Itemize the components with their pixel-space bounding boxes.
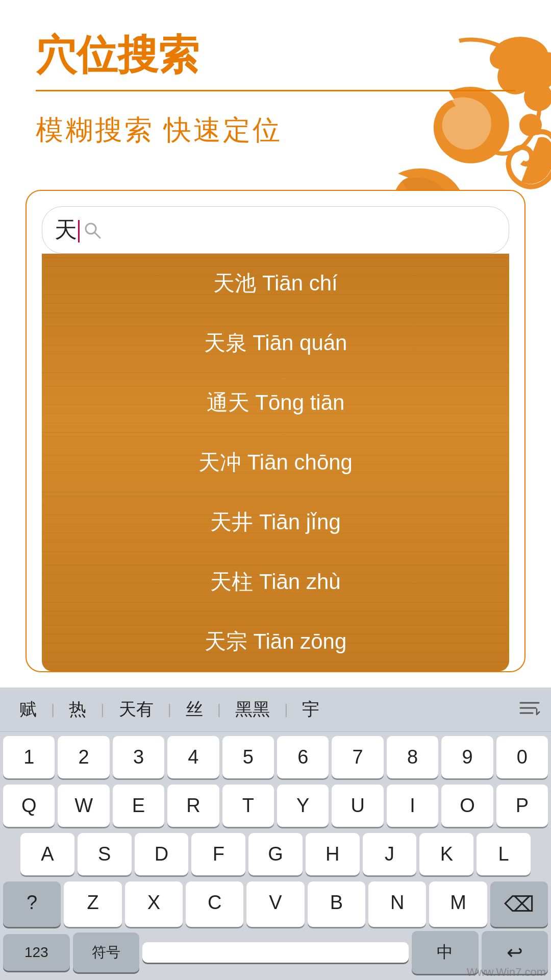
qwerty-row: Q W E R T Y U I O P — [0, 780, 551, 829]
key-w[interactable]: W — [58, 785, 109, 827]
key-8[interactable]: 8 — [387, 736, 438, 778]
key-a[interactable]: A — [20, 833, 74, 875]
search-input-row[interactable]: 天 — [42, 206, 509, 254]
result-chinese: 天冲 — [198, 450, 241, 474]
result-chinese: 天泉 — [204, 331, 247, 355]
ime-suggestion-item[interactable]: 热 — [60, 695, 95, 724]
key-n[interactable]: N — [368, 881, 426, 927]
key-b[interactable]: B — [308, 881, 365, 927]
ime-sort-icon[interactable] — [518, 699, 541, 720]
key-o[interactable]: O — [441, 785, 493, 827]
ime-suggestion-item[interactable]: 丝 — [177, 695, 212, 724]
result-chinese: 天宗 — [205, 629, 247, 653]
key-g[interactable]: G — [248, 833, 303, 875]
result-pinyin: Tiān quán — [253, 331, 347, 355]
key-123[interactable]: 123 — [3, 934, 70, 971]
divider: | — [168, 701, 171, 718]
result-pinyin: Tiān zōng — [253, 629, 346, 653]
key-s[interactable]: S — [78, 833, 132, 875]
key-r[interactable]: R — [167, 785, 219, 827]
list-item[interactable]: 天池 Tiān chí — [42, 254, 509, 313]
key-6[interactable]: 6 — [277, 736, 329, 778]
list-item[interactable]: 天宗 Tiān zōng — [42, 612, 509, 671]
ime-suggestion-item[interactable]: 赋 — [10, 695, 46, 724]
key-7[interactable]: 7 — [332, 736, 383, 778]
header: 穴位搜索 模糊搜索 快速定位 — [0, 0, 551, 159]
key-2[interactable]: 2 — [58, 736, 109, 778]
key-e[interactable]: E — [113, 785, 164, 827]
key-i[interactable]: I — [387, 785, 438, 827]
results-list: 天池 Tiān chí 天泉 Tiān quán 通天 Tōng tiān 天冲… — [42, 254, 509, 671]
keyboard: 赋 | 热 | 天有 | 丝 | 黑黑 | 宇 1 2 3 4 5 6 7 8 … — [0, 688, 551, 980]
key-question[interactable]: ? — [3, 881, 61, 927]
result-chinese: 通天 — [207, 390, 249, 414]
key-y[interactable]: Y — [277, 785, 329, 827]
key-1[interactable]: 1 — [3, 736, 55, 778]
subtitle: 模糊搜索 快速定位 — [36, 112, 515, 149]
result-pinyin: Tōng tiān — [255, 390, 344, 414]
result-chinese: 天池 — [213, 271, 256, 295]
result-chinese: 天井 — [210, 510, 253, 534]
list-item[interactable]: 天泉 Tiān quán — [42, 313, 509, 373]
search-icon[interactable] — [80, 217, 105, 243]
page-title: 穴位搜索 — [36, 31, 515, 80]
result-pinyin: Tiān chōng — [247, 450, 353, 474]
list-item[interactable]: 天井 Tiān jǐng — [42, 493, 509, 552]
key-t[interactable]: T — [222, 785, 274, 827]
result-chinese: 天柱 — [210, 570, 253, 594]
key-f[interactable]: F — [191, 833, 245, 875]
divider: | — [217, 701, 221, 718]
search-card: 天 天池 Tiān chí 天泉 Tiān quán 通天 Tōng tiān … — [26, 190, 525, 672]
key-z[interactable]: Z — [64, 881, 121, 927]
key-u[interactable]: U — [332, 785, 383, 827]
number-row: 1 2 3 4 5 6 7 8 9 0 — [0, 732, 551, 780]
asdf-row: A S D F G H J K L — [0, 829, 551, 877]
key-m[interactable]: M — [429, 881, 487, 927]
ime-suggestion-item[interactable]: 宇 — [293, 695, 329, 724]
key-c[interactable]: C — [186, 881, 243, 927]
result-pinyin: Tiān jǐng — [259, 510, 341, 534]
list-item[interactable]: 天柱 Tiān zhù — [42, 552, 509, 612]
ime-suggestion-item[interactable]: 黑黑 — [226, 695, 279, 724]
ime-suggestion-bar: 赋 | 热 | 天有 | 丝 | 黑黑 | 宇 — [0, 688, 551, 732]
key-d[interactable]: D — [135, 833, 189, 875]
key-j[interactable]: J — [363, 833, 417, 875]
key-3[interactable]: 3 — [113, 736, 164, 778]
key-0[interactable]: 0 — [496, 736, 548, 778]
key-9[interactable]: 9 — [441, 736, 493, 778]
result-pinyin: Tiān zhù — [259, 570, 341, 594]
key-q[interactable]: Q — [3, 785, 55, 827]
svg-line-11 — [94, 232, 100, 238]
key-5[interactable]: 5 — [222, 736, 274, 778]
key-v[interactable]: V — [246, 881, 304, 927]
watermark: Www.Win7.com — [467, 966, 546, 979]
space-key[interactable] — [142, 942, 409, 963]
key-4[interactable]: 4 — [167, 736, 219, 778]
divider: | — [284, 701, 288, 718]
key-k[interactable]: K — [419, 833, 473, 875]
search-input-value: 天 — [55, 215, 80, 245]
key-l[interactable]: L — [477, 833, 531, 875]
list-item[interactable]: 天冲 Tiān chōng — [42, 433, 509, 493]
result-pinyin: Tiān chí — [262, 271, 338, 295]
list-item[interactable]: 通天 Tōng tiān — [42, 373, 509, 433]
key-p[interactable]: P — [496, 785, 548, 827]
key-h[interactable]: H — [306, 833, 360, 875]
ime-suggestion-item[interactable]: 天有 — [110, 695, 163, 724]
divider: | — [51, 701, 55, 718]
key-x[interactable]: X — [125, 881, 183, 927]
header-divider — [36, 90, 515, 91]
zxcv-row: ? Z X C V B N M ⌫ — [0, 877, 551, 929]
backspace-key[interactable]: ⌫ — [490, 881, 548, 927]
key-symbol[interactable]: 符号 — [73, 933, 140, 972]
divider: | — [101, 701, 104, 718]
